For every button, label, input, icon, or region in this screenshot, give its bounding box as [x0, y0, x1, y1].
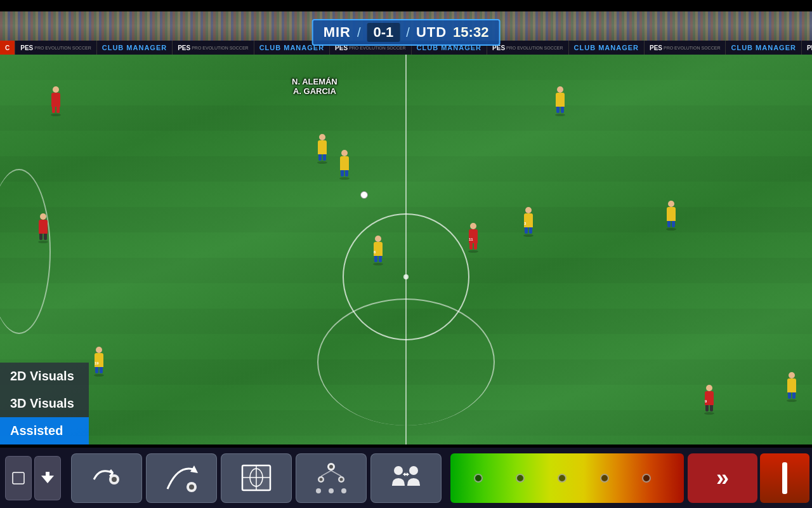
player-yellow-6: 6	[373, 236, 383, 265]
ad-segment-pes2: PES PRO EVOLUTION SOCCER	[173, 41, 254, 55]
tactics-icon	[237, 460, 275, 495]
player-label-aleman: N. ALEMÁN A. GARCIA	[292, 77, 337, 96]
toolbar-left	[0, 456, 66, 500]
svg-point-20	[341, 488, 346, 493]
ad-segment-cm1: CLUB MANAGER	[97, 41, 173, 55]
player-yellow-duel1	[317, 134, 327, 164]
momentum-dot-1	[474, 474, 483, 483]
fast-forward-icon: »	[716, 467, 729, 490]
svg-point-4	[112, 477, 117, 482]
player-yellow-19: 19	[94, 347, 104, 377]
3d-visuals-button[interactable]: 3D Visuals	[0, 390, 89, 417]
curve-button[interactable]	[146, 453, 217, 503]
svg-point-23	[394, 466, 403, 475]
replay-button[interactable]	[71, 453, 142, 503]
score-display: 0-1	[367, 23, 400, 42]
player-yellow-tr	[555, 86, 565, 116]
momentum-dot-2	[516, 474, 525, 483]
replay-icon	[88, 460, 126, 495]
ball	[360, 191, 368, 199]
player-red-1	[51, 86, 61, 116]
ad-segment-pes5: PES PRO EVOLUTION SOCCER	[645, 41, 726, 55]
svg-rect-0	[13, 472, 24, 484]
svg-point-18	[316, 488, 321, 493]
svg-point-17	[340, 478, 343, 481]
penalty-arc	[317, 298, 495, 425]
center-dot	[403, 274, 409, 279]
2d-visuals-button[interactable]: 2D Visuals	[0, 363, 89, 390]
svg-point-19	[329, 488, 334, 493]
svg-marker-25	[407, 472, 409, 476]
away-team: UTD	[416, 24, 447, 41]
momentum-dot-5	[642, 474, 651, 483]
scoreboard: MIR / 0-1 / UTD 15:32	[312, 19, 501, 46]
toolbar-actions	[66, 453, 447, 503]
player-yellow-br	[787, 372, 797, 402]
formation-button[interactable]	[296, 453, 367, 503]
svg-point-7	[189, 485, 194, 490]
game-container: MIR / 0-1 / UTD 15:32 C PES PRO EVOLUTIO…	[0, 0, 812, 508]
svg-line-21	[321, 471, 331, 476]
player-swap-icon	[387, 460, 425, 495]
svg-point-13	[329, 465, 333, 469]
left-panel: 2D Visuals 3D Visuals Assisted	[0, 363, 89, 444]
ad-segment-cm4: CLUB MANAGER	[569, 41, 645, 55]
ad-segment-pes6: PES PRO EVOLUTION SOCCER	[802, 41, 812, 55]
tactics-button[interactable]	[221, 453, 292, 503]
player-yellow-3: 3	[523, 207, 534, 237]
player-yellow-duel2	[339, 150, 350, 180]
score-divider: /	[357, 25, 361, 40]
home-team: MIR	[324, 24, 351, 41]
svg-marker-26	[403, 472, 405, 476]
fast-forward-button[interactable]: »	[688, 453, 757, 503]
svg-rect-2	[46, 472, 49, 477]
match-time: 15:32	[453, 24, 488, 41]
ad-segment-red: C	[0, 41, 15, 55]
momentum-dot-4	[600, 474, 609, 483]
save-button[interactable]	[5, 456, 32, 500]
assisted-button[interactable]: Assisted	[0, 417, 89, 444]
toolbar: »	[0, 448, 812, 508]
formation-icon	[312, 460, 350, 495]
svg-point-15	[320, 478, 323, 481]
momentum-bar[interactable]	[450, 453, 684, 503]
score-divider2: /	[406, 25, 410, 40]
speed-bar	[782, 462, 787, 494]
momentum-dot-3	[558, 474, 566, 483]
download-button[interactable]	[34, 456, 61, 500]
speed-indicator	[760, 453, 809, 503]
save-icon	[11, 471, 26, 486]
ad-segment-pes1: PES PRO EVOLUTION SOCCER	[15, 41, 96, 55]
player-swap-button[interactable]	[370, 453, 442, 503]
svg-line-22	[331, 471, 341, 476]
player-yellow-fr	[666, 201, 676, 231]
download-icon	[39, 469, 56, 487]
player-red-2	[38, 213, 48, 243]
curve-icon	[162, 460, 200, 495]
ad-segment-cm5: CLUB MANAGER	[726, 41, 801, 55]
svg-point-24	[409, 466, 418, 475]
player-red-11: 11	[468, 223, 478, 253]
player-red-9: 9	[704, 385, 714, 415]
pitch: N. ALEMÁN A. GARCIA	[0, 55, 812, 444]
